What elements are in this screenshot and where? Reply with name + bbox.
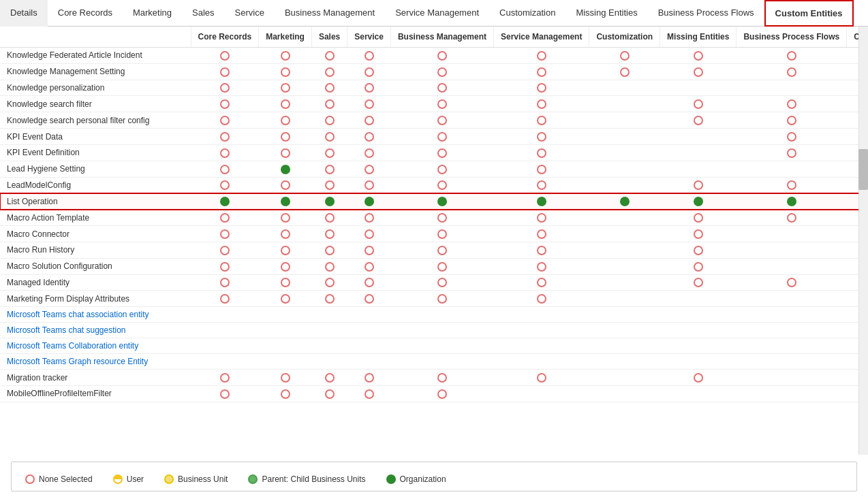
cell-4 <box>390 80 493 96</box>
cell-8 <box>737 80 847 96</box>
table-row: Migration tracker <box>0 370 858 386</box>
cell-3 <box>347 48 391 64</box>
cell-2 <box>311 258 347 274</box>
tab-missing-entities[interactable]: Missing Entities <box>565 0 647 27</box>
none-selected-icon <box>220 83 230 93</box>
cell-7 <box>660 210 737 226</box>
tab-core-records[interactable]: Core Records <box>48 0 123 27</box>
none-selected-icon <box>325 180 335 190</box>
cell-5 <box>494 96 589 112</box>
cell-7 <box>660 48 737 64</box>
table-wrapper[interactable]: Core RecordsMarketingSalesServiceBusines… <box>0 27 858 455</box>
table-row: Managed Identity <box>0 274 858 291</box>
none-selected-icon <box>325 116 335 125</box>
table-row: Knowledge personalization <box>0 80 858 96</box>
cell-0 <box>191 80 259 96</box>
cell-4 <box>390 210 493 226</box>
cell-0 <box>191 354 259 370</box>
organization-icon <box>281 165 290 174</box>
cell-8 <box>737 291 847 307</box>
cell-9 <box>847 177 858 193</box>
cell-3 <box>347 323 391 338</box>
key-item: None Selected <box>25 474 93 484</box>
cell-9 <box>847 370 858 386</box>
none-selected-icon <box>437 51 447 61</box>
table-row: List Operation <box>0 193 858 210</box>
cell-9 <box>847 258 858 274</box>
table-row: Lead Hygiene Setting <box>0 161 858 177</box>
cell-0 <box>191 226 259 242</box>
organization-icon <box>365 197 374 206</box>
cell-9 <box>847 96 858 112</box>
parent-child-icon <box>248 474 258 484</box>
none-selected-icon <box>281 246 290 255</box>
none-selected-icon <box>787 132 796 142</box>
cell-0 <box>191 63 259 80</box>
none-selected-icon <box>325 246 335 255</box>
cell-1 <box>259 161 312 177</box>
cell-8 <box>737 96 847 112</box>
cell-3 <box>347 63 391 80</box>
cell-6 <box>589 370 660 386</box>
cell-1 <box>259 96 312 112</box>
tab-custom-entities[interactable]: Custom Entities <box>764 0 854 27</box>
scrollbar[interactable] <box>858 27 868 455</box>
cell-4 <box>390 338 493 354</box>
tab-service[interactable]: Service <box>225 0 275 27</box>
entity-name: Microsoft Teams chat association entity <box>0 307 191 323</box>
scrollbar-thumb[interactable] <box>858 149 868 190</box>
cell-2 <box>311 144 347 161</box>
cell-0 <box>191 386 259 402</box>
cell-2 <box>311 80 347 96</box>
none-selected-icon <box>437 67 447 77</box>
none-selected-icon <box>281 213 290 223</box>
cell-9 <box>847 210 858 226</box>
cell-1 <box>259 226 312 242</box>
tab-details[interactable]: Details <box>0 0 48 27</box>
key-item-label: None Selected <box>39 474 93 484</box>
cell-7 <box>660 177 737 193</box>
entity-name: Knowledge Management Setting <box>0 63 191 80</box>
cell-1 <box>259 242 312 258</box>
tab-customization[interactable]: Customization <box>489 0 565 27</box>
cell-6 <box>589 226 660 242</box>
cell-8 <box>737 144 847 161</box>
cell-8 <box>737 48 847 64</box>
none-selected-icon <box>281 99 290 109</box>
none-selected-icon <box>281 148 290 158</box>
tab-service-management[interactable]: Service Management <box>385 0 489 27</box>
entity-name: MobileOfflineProfileItemFilter <box>0 386 191 402</box>
table-row: Microsoft Teams chat suggestion <box>0 323 858 338</box>
entity-name: Microsoft Teams chat suggestion <box>0 323 191 338</box>
cell-7 <box>660 161 737 177</box>
table-row: Knowledge Federated Article Incident <box>0 48 858 64</box>
none-selected-icon <box>281 51 290 61</box>
cell-6 <box>589 386 660 402</box>
tab-business-process-flows[interactable]: Business Process Flows <box>648 0 764 27</box>
cell-3 <box>347 193 391 210</box>
none-selected-icon <box>281 294 290 304</box>
none-selected-icon <box>365 373 374 383</box>
cell-9 <box>847 338 858 354</box>
none-selected-icon <box>365 83 374 93</box>
cell-5 <box>494 338 589 354</box>
none-selected-icon <box>537 165 546 174</box>
none-selected-icon <box>365 67 374 77</box>
tab-marketing[interactable]: Marketing <box>123 0 182 27</box>
none-selected-icon <box>365 132 374 142</box>
key-item: Business Unit <box>164 474 228 484</box>
cell-9 <box>847 144 858 161</box>
cell-1 <box>259 291 312 307</box>
none-selected-icon <box>365 389 374 399</box>
business-unit-icon <box>164 474 174 484</box>
none-selected-icon <box>220 373 230 383</box>
none-selected-icon <box>694 278 703 287</box>
cell-1 <box>259 323 312 338</box>
none-selected-icon <box>220 262 230 272</box>
tab-business-management[interactable]: Business Management <box>275 0 385 27</box>
cell-1 <box>259 144 312 161</box>
cell-5 <box>494 129 589 145</box>
none-selected-icon <box>437 148 447 158</box>
tab-sales[interactable]: Sales <box>182 0 225 27</box>
cell-0 <box>191 161 259 177</box>
